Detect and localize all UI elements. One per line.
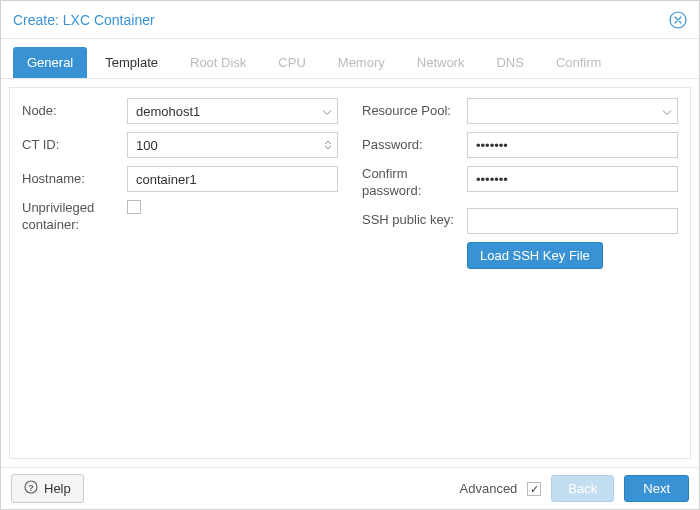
right-column: Resource Pool: Password: Confir	[362, 98, 678, 448]
tab-network[interactable]: Network	[403, 47, 479, 78]
hostname-input[interactable]	[127, 166, 338, 192]
tab-template[interactable]: Template	[91, 47, 172, 78]
password-field: Password:	[362, 132, 678, 158]
resource-pool-input[interactable]	[467, 98, 678, 124]
tab-confirm[interactable]: Confirm	[542, 47, 616, 78]
titlebar: Create: LXC Container	[1, 1, 699, 39]
confirm-password-input[interactable]	[467, 166, 678, 192]
svg-text:?: ?	[28, 483, 34, 493]
unprivileged-control	[127, 200, 338, 217]
tab-dns[interactable]: DNS	[482, 47, 537, 78]
form-area: Node: CT ID:	[9, 87, 691, 459]
tab-memory[interactable]: Memory	[324, 47, 399, 78]
node-input[interactable]	[127, 98, 338, 124]
unprivileged-field: Unprivileged container:	[22, 200, 338, 234]
unprivileged-label: Unprivileged container:	[22, 200, 127, 234]
confirm-password-label: Confirm password:	[362, 166, 467, 200]
bottom-right: Advanced Back Next	[460, 475, 689, 502]
resource-pool-dropdown[interactable]	[467, 98, 678, 124]
advanced-label: Advanced	[460, 481, 518, 496]
password-control	[467, 132, 678, 158]
dialog-body: Node: CT ID:	[1, 79, 699, 509]
close-icon[interactable]	[669, 11, 687, 29]
advanced-checkbox[interactable]	[527, 482, 541, 496]
tab-bar: General Template Root Disk CPU Memory Ne…	[1, 39, 699, 79]
help-button[interactable]: ? Help	[11, 474, 84, 503]
ctid-spinner[interactable]	[127, 132, 338, 158]
ssh-key-field: SSH public key:	[362, 208, 678, 234]
bottom-bar: ? Help Advanced Back Next	[1, 467, 699, 509]
confirm-password-control	[467, 166, 678, 192]
next-button[interactable]: Next	[624, 475, 689, 502]
left-column: Node: CT ID:	[22, 98, 338, 448]
hostname-field: Hostname:	[22, 166, 338, 192]
ctid-input[interactable]	[127, 132, 338, 158]
confirm-password-field: Confirm password:	[362, 166, 678, 200]
ssh-key-input[interactable]	[467, 208, 678, 234]
tab-general[interactable]: General	[13, 47, 87, 78]
resource-pool-field: Resource Pool:	[362, 98, 678, 124]
ctid-label: CT ID:	[22, 137, 127, 154]
unprivileged-checkbox[interactable]	[127, 200, 141, 214]
hostname-label: Hostname:	[22, 171, 127, 188]
load-ssh-key-button[interactable]: Load SSH Key File	[467, 242, 603, 269]
resource-pool-label: Resource Pool:	[362, 103, 467, 120]
node-dropdown[interactable]	[127, 98, 338, 124]
help-icon: ?	[24, 480, 38, 497]
password-input[interactable]	[467, 132, 678, 158]
ssh-key-label: SSH public key:	[362, 212, 467, 229]
tab-cpu[interactable]: CPU	[264, 47, 319, 78]
help-label: Help	[44, 481, 71, 496]
window-title: Create: LXC Container	[13, 12, 155, 28]
back-button[interactable]: Back	[551, 475, 614, 502]
ssh-key-control	[467, 208, 678, 234]
node-label: Node:	[22, 103, 127, 120]
hostname-control	[127, 166, 338, 192]
node-field: Node:	[22, 98, 338, 124]
ctid-field: CT ID:	[22, 132, 338, 158]
tab-root-disk[interactable]: Root Disk	[176, 47, 260, 78]
dialog-window: Create: LXC Container General Template R…	[0, 0, 700, 510]
ssh-btn-row: Load SSH Key File	[362, 242, 678, 269]
password-label: Password:	[362, 137, 467, 154]
